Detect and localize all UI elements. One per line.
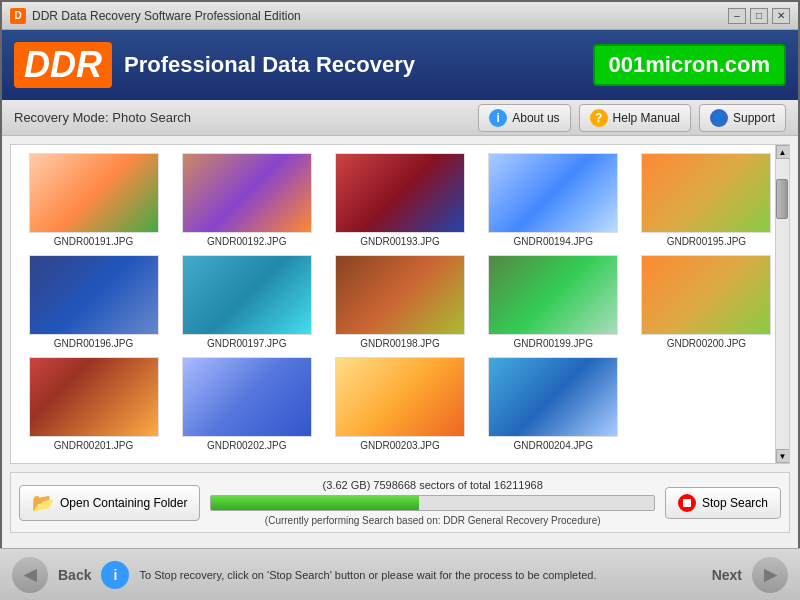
photo-item[interactable]: GNDR00204.JPG (479, 357, 628, 455)
progress-sub-label: (Currently performing Search based on: D… (265, 515, 601, 526)
photo-label: GNDR00202.JPG (207, 440, 286, 451)
photo-label: GNDR00199.JPG (513, 338, 592, 349)
next-label: Next (712, 567, 742, 583)
stop-square (683, 499, 691, 507)
photo-item[interactable]: GNDR00194.JPG (479, 153, 628, 251)
photo-grid: GNDR00191.JPGGNDR00192.JPGGNDR00193.JPGG… (11, 145, 789, 463)
photo-thumbnail (488, 255, 618, 335)
bottom-message: To Stop recovery, click on 'Stop Search'… (139, 569, 701, 581)
photo-thumbnail (488, 153, 618, 233)
photo-label: GNDR00192.JPG (207, 236, 286, 247)
info-icon-bottom: i (101, 561, 129, 589)
photo-thumbnail (182, 357, 312, 437)
nav-bar: Recovery Mode: Photo Search i About us ?… (2, 100, 798, 136)
bottom-nav: ◀ Back i To Stop recovery, click on 'Sto… (0, 548, 800, 600)
close-button[interactable]: ✕ (772, 8, 790, 24)
photo-thumbnail (182, 255, 312, 335)
window-controls: – □ ✕ (728, 8, 790, 24)
photo-thumbnail (488, 357, 618, 437)
photo-label: GNDR00196.JPG (54, 338, 133, 349)
scroll-thumb[interactable] (776, 179, 788, 219)
maximize-button[interactable]: □ (750, 8, 768, 24)
progress-stats: (3.62 GB) 7598668 sectors of total 16211… (323, 479, 543, 491)
photo-item[interactable]: GNDR00196.JPG (19, 255, 168, 353)
open-containing-folder-button[interactable]: 📂 Open Containing Folder (19, 485, 200, 521)
brand-badge: 001micron.com (593, 44, 786, 86)
photo-thumbnail (29, 357, 159, 437)
progress-center: (3.62 GB) 7598668 sectors of total 16211… (210, 479, 655, 526)
scroll-down-arrow[interactable]: ▼ (776, 449, 790, 463)
photo-item[interactable]: GNDR00203.JPG (325, 357, 474, 455)
photo-label: GNDR00191.JPG (54, 236, 133, 247)
photo-item[interactable]: GNDR00198.JPG (325, 255, 474, 353)
photo-item[interactable]: GNDR00191.JPG (19, 153, 168, 251)
support-label: Support (733, 111, 775, 125)
main-content: GNDR00191.JPGGNDR00192.JPGGNDR00193.JPGG… (10, 144, 790, 464)
photo-label: GNDR00200.JPG (667, 338, 746, 349)
stop-icon (678, 494, 696, 512)
photo-thumbnail (335, 357, 465, 437)
photo-label: GNDR00201.JPG (54, 440, 133, 451)
app-header: DDR Professional Data Recovery 001micron… (2, 30, 798, 100)
back-label: Back (58, 567, 91, 583)
help-icon: ? (590, 109, 608, 127)
help-manual-label: Help Manual (613, 111, 680, 125)
open-folder-label: Open Containing Folder (60, 496, 187, 510)
stop-search-label: Stop Search (702, 496, 768, 510)
photo-thumbnail (641, 255, 771, 335)
about-us-button[interactable]: i About us (478, 104, 570, 132)
photo-label: GNDR00197.JPG (207, 338, 286, 349)
photo-label: GNDR00204.JPG (513, 440, 592, 451)
photo-label: GNDR00194.JPG (513, 236, 592, 247)
info-icon: i (489, 109, 507, 127)
progress-bar-container (210, 495, 655, 511)
photo-label: GNDR00193.JPG (360, 236, 439, 247)
photo-thumbnail (29, 255, 159, 335)
about-us-label: About us (512, 111, 559, 125)
progress-area: 📂 Open Containing Folder (3.62 GB) 75986… (10, 472, 790, 533)
photo-label: GNDR00203.JPG (360, 440, 439, 451)
title-bar: D DDR Data Recovery Software Professiona… (2, 2, 798, 30)
scroll-up-arrow[interactable]: ▲ (776, 145, 790, 159)
photo-label: GNDR00195.JPG (667, 236, 746, 247)
stop-search-button[interactable]: Stop Search (665, 487, 781, 519)
photo-item[interactable]: GNDR00199.JPG (479, 255, 628, 353)
photo-item[interactable]: GNDR00202.JPG (172, 357, 321, 455)
folder-icon: 📂 (32, 492, 54, 514)
photo-item[interactable]: GNDR00193.JPG (325, 153, 474, 251)
window-title: DDR Data Recovery Software Professional … (32, 9, 728, 23)
scrollbar[interactable]: ▲ ▼ (775, 145, 789, 463)
photo-item[interactable]: GNDR00201.JPG (19, 357, 168, 455)
photo-thumbnail (335, 255, 465, 335)
photo-thumbnail (29, 153, 159, 233)
minimize-button[interactable]: – (728, 8, 746, 24)
support-button[interactable]: 👤 Support (699, 104, 786, 132)
photo-item[interactable]: GNDR00200.JPG (632, 255, 781, 353)
app-title: Professional Data Recovery (124, 52, 593, 78)
recovery-mode-label: Recovery Mode: Photo Search (14, 110, 470, 125)
photo-label: GNDR00198.JPG (360, 338, 439, 349)
photo-item[interactable]: GNDR00195.JPG (632, 153, 781, 251)
progress-bar (211, 496, 419, 510)
scroll-track (776, 159, 790, 449)
photo-thumbnail (641, 153, 771, 233)
photo-item[interactable]: GNDR00192.JPG (172, 153, 321, 251)
ddr-logo: DDR (14, 42, 112, 88)
next-button[interactable]: ▶ (752, 557, 788, 593)
help-manual-button[interactable]: ? Help Manual (579, 104, 691, 132)
photo-thumbnail (335, 153, 465, 233)
support-icon: 👤 (710, 109, 728, 127)
back-button[interactable]: ◀ (12, 557, 48, 593)
photo-item[interactable]: GNDR00197.JPG (172, 255, 321, 353)
photo-thumbnail (182, 153, 312, 233)
app-icon: D (10, 8, 26, 24)
